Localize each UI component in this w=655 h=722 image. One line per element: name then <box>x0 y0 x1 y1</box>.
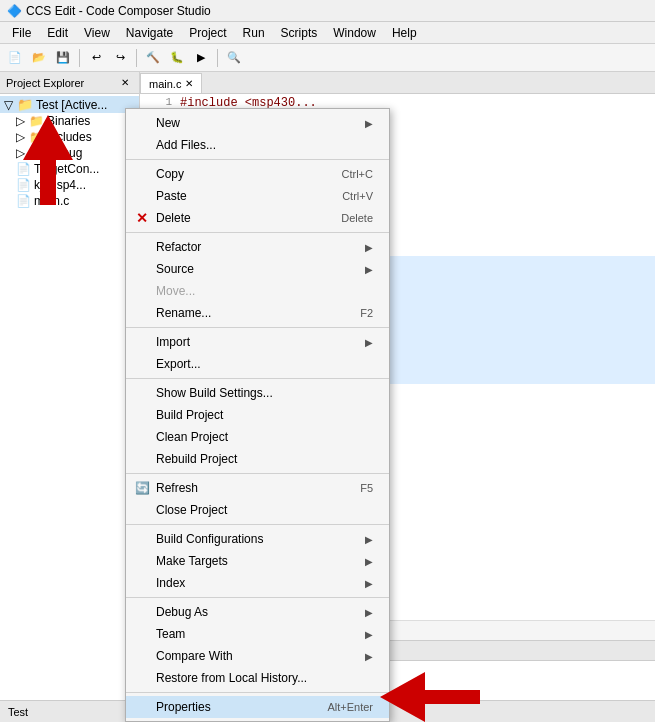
toolbar-build[interactable]: 🔨 <box>142 47 164 69</box>
ctx-item-new[interactable]: New ▶ <box>126 112 389 134</box>
arrow-icon-includes: ▷ <box>16 130 25 144</box>
tab-label-mainc: main.c <box>149 78 181 90</box>
ctx-item-source[interactable]: Source ▶ <box>126 258 389 280</box>
toolbar-redo[interactable]: ↪ <box>109 47 131 69</box>
context-menu: New ▶ Add Files... Copy Ctrl+C Paste Ctr… <box>125 108 390 722</box>
project-explorer-title: Project Explorer <box>6 77 113 89</box>
tree-item-test[interactable]: ▽ 📁 Test [Active... <box>0 96 139 113</box>
ctx-item-make-targets[interactable]: Make Targets ▶ <box>126 550 389 572</box>
tree-label-mainc: main.c <box>34 194 69 208</box>
ctx-item-export[interactable]: Export... <box>126 353 389 375</box>
toolbar-new[interactable]: 📄 <box>4 47 26 69</box>
tree-item-includes[interactable]: ▷ 📁 Includes <box>0 129 139 145</box>
ctx-sep-5 <box>126 524 389 525</box>
toolbar-search[interactable]: 🔍 <box>223 47 245 69</box>
arrow-icon-binaries: ▷ <box>16 114 25 128</box>
refresh-icon: 🔄 <box>134 480 150 496</box>
ctx-label-add-files: Add Files... <box>156 138 216 152</box>
ctx-label-clean-project: Clean Project <box>156 430 228 444</box>
ctx-item-import[interactable]: Import ▶ <box>126 331 389 353</box>
arrow-icon-team: ▶ <box>365 629 373 640</box>
ctx-item-compare-with[interactable]: Compare With ▶ <box>126 645 389 667</box>
menu-run[interactable]: Run <box>235 24 273 42</box>
ctx-item-add-files[interactable]: Add Files... <box>126 134 389 156</box>
arrow-icon-import: ▶ <box>365 337 373 348</box>
ctx-item-close-project[interactable]: Close Project <box>126 499 389 521</box>
arrow-icon-new: ▶ <box>365 118 373 129</box>
status-text: Test <box>8 706 28 718</box>
ctx-label-paste: Paste <box>156 189 187 203</box>
ctx-item-refactor[interactable]: Refactor ▶ <box>126 236 389 258</box>
toolbar-sep-1 <box>79 49 80 67</box>
arrow-icon-index: ▶ <box>365 578 373 589</box>
ctx-shortcut-copy: Ctrl+C <box>342 168 373 180</box>
menu-help[interactable]: Help <box>384 24 425 42</box>
tree-item-debug[interactable]: ▷ 📁 Debug <box>0 145 139 161</box>
menu-file[interactable]: File <box>4 24 39 42</box>
project-explorer-close[interactable]: ✕ <box>117 75 133 91</box>
ctx-sep-3 <box>126 378 389 379</box>
ctx-item-move: Move... <box>126 280 389 302</box>
tree-label-test: Test [Active... <box>36 98 107 112</box>
ctx-label-build-project: Build Project <box>156 408 223 422</box>
ctx-label-show-build-settings: Show Build Settings... <box>156 386 273 400</box>
ctx-label-export: Export... <box>156 357 201 371</box>
ctx-label-debug-as: Debug As <box>156 605 208 619</box>
toolbar-sep-2 <box>136 49 137 67</box>
ctx-shortcut-refresh: F5 <box>360 482 373 494</box>
menu-window[interactable]: Window <box>325 24 384 42</box>
line-num-1: 1 <box>144 96 172 108</box>
ctx-item-index[interactable]: Index ▶ <box>126 572 389 594</box>
ctx-item-build-project[interactable]: Build Project <box>126 404 389 426</box>
app-icon: 🔷 <box>6 3 22 19</box>
ctx-item-refresh[interactable]: 🔄 Refresh F5 <box>126 477 389 499</box>
arrow-icon-source: ▶ <box>365 264 373 275</box>
ctx-item-paste[interactable]: Paste Ctrl+V <box>126 185 389 207</box>
x-icon: ✕ <box>134 210 150 226</box>
ctx-item-restore-from-local[interactable]: Restore from Local History... <box>126 667 389 689</box>
tab-close-icon[interactable]: ✕ <box>185 78 193 89</box>
ctx-item-delete[interactable]: ✕ Delete Delete <box>126 207 389 229</box>
ctx-label-compare-with: Compare With <box>156 649 233 663</box>
file-icon-mainc: 📄 <box>16 194 31 208</box>
tree-item-mainc[interactable]: 📄 main.c <box>0 193 139 209</box>
tab-mainc[interactable]: main.c ✕ <box>140 73 202 93</box>
tree-item-binaries[interactable]: ▷ 📁 Binaries <box>0 113 139 129</box>
ctx-shortcut-properties: Alt+Enter <box>327 701 373 713</box>
menu-project[interactable]: Project <box>181 24 234 42</box>
file-icon-targetcon: 📄 <box>16 162 31 176</box>
ctx-item-clean-project[interactable]: Clean Project <box>126 426 389 448</box>
toolbar-undo[interactable]: ↩ <box>85 47 107 69</box>
ctx-item-build-configurations[interactable]: Build Configurations ▶ <box>126 528 389 550</box>
ctx-item-show-build-settings[interactable]: Show Build Settings... <box>126 382 389 404</box>
toolbar-run[interactable]: ▶ <box>190 47 212 69</box>
toolbar-debug[interactable]: 🐛 <box>166 47 188 69</box>
ctx-item-debug-as[interactable]: Debug As ▶ <box>126 601 389 623</box>
tree-item-kmsp[interactable]: 📄 k_msp4... <box>0 177 139 193</box>
tree-label-binaries: Binaries <box>47 114 90 128</box>
menu-view[interactable]: View <box>76 24 118 42</box>
ctx-label-source: Source <box>156 262 194 276</box>
menu-edit[interactable]: Edit <box>39 24 76 42</box>
tree-item-targetcon[interactable]: 📄 TargetCon... <box>0 161 139 177</box>
ctx-sep-1 <box>126 232 389 233</box>
tree-icon-test: ▽ <box>4 98 13 112</box>
ctx-item-team[interactable]: Team ▶ <box>126 623 389 645</box>
ctx-label-close-project: Close Project <box>156 503 227 517</box>
folder-icon-binaries: 📁 <box>29 114 44 128</box>
toolbar-save[interactable]: 💾 <box>52 47 74 69</box>
toolbar-open[interactable]: 📂 <box>28 47 50 69</box>
ctx-item-copy[interactable]: Copy Ctrl+C <box>126 163 389 185</box>
ctx-item-rebuild-project[interactable]: Rebuild Project <box>126 448 389 470</box>
menu-bar: File Edit View Navigate Project Run Scri… <box>0 22 655 44</box>
menu-scripts[interactable]: Scripts <box>273 24 326 42</box>
ctx-sep-0 <box>126 159 389 160</box>
toolbar: 📄 📂 💾 ↩ ↪ 🔨 🐛 ▶ 🔍 <box>0 44 655 72</box>
ctx-sep-4 <box>126 473 389 474</box>
ctx-label-index: Index <box>156 576 185 590</box>
ctx-item-properties[interactable]: Properties Alt+Enter <box>126 696 389 718</box>
ctx-sep-2 <box>126 327 389 328</box>
ctx-label-refactor: Refactor <box>156 240 201 254</box>
menu-navigate[interactable]: Navigate <box>118 24 181 42</box>
ctx-item-rename[interactable]: Rename... F2 <box>126 302 389 324</box>
